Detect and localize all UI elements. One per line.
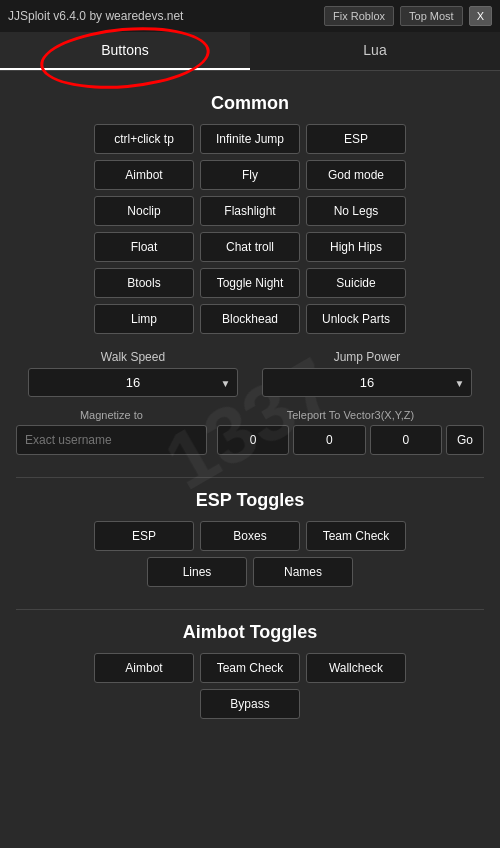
names-toggle-button[interactable]: Names bbox=[253, 557, 353, 587]
magnetize-input[interactable] bbox=[16, 425, 207, 455]
tab-buttons[interactable]: Buttons bbox=[0, 32, 250, 70]
suicide-button[interactable]: Suicide bbox=[306, 268, 406, 298]
sliders-row: Walk Speed 16 20 30 40 50 Jump Power 16 bbox=[16, 350, 484, 397]
aimbot-row-1: Aimbot Team Check Wallcheck bbox=[16, 653, 484, 683]
button-row-4: Float Chat troll High Hips bbox=[16, 232, 484, 262]
magnetize-group: Magnetize to bbox=[16, 409, 207, 455]
aimbot-button[interactable]: Aimbot bbox=[94, 160, 194, 190]
common-section-title: Common bbox=[16, 93, 484, 114]
teleport-x-input[interactable] bbox=[217, 425, 289, 455]
aimbot-toggle-button[interactable]: Aimbot bbox=[94, 653, 194, 683]
jump-power-label: Jump Power bbox=[334, 350, 401, 364]
app-title: JJSploit v6.4.0 by wearedevs.net bbox=[8, 9, 318, 23]
god-mode-button[interactable]: God mode bbox=[306, 160, 406, 190]
teleport-y-input[interactable] bbox=[293, 425, 365, 455]
divider-2 bbox=[16, 609, 484, 610]
tab-lua[interactable]: Lua bbox=[250, 32, 500, 70]
infinite-jump-button[interactable]: Infinite Jump bbox=[200, 124, 300, 154]
top-most-button[interactable]: Top Most bbox=[400, 6, 463, 26]
team-check-aimbot-button[interactable]: Team Check bbox=[200, 653, 300, 683]
tabs-container: Buttons Lua bbox=[0, 32, 500, 71]
button-row-1: ctrl+click tp Infinite Jump ESP bbox=[16, 124, 484, 154]
title-bar: JJSploit v6.4.0 by wearedevs.net Fix Rob… bbox=[0, 0, 500, 32]
btools-button[interactable]: Btools bbox=[94, 268, 194, 298]
bypass-toggle-button[interactable]: Bypass bbox=[200, 689, 300, 719]
lines-toggle-button[interactable]: Lines bbox=[147, 557, 247, 587]
flashlight-button[interactable]: Flashlight bbox=[200, 196, 300, 226]
high-hips-button[interactable]: High Hips bbox=[306, 232, 406, 262]
ctrl-click-tp-button[interactable]: ctrl+click tp bbox=[94, 124, 194, 154]
noclip-button[interactable]: Noclip bbox=[94, 196, 194, 226]
unlock-parts-button[interactable]: Unlock Parts bbox=[306, 304, 406, 334]
main-content: 1337 Common ctrl+click tp Infinite Jump … bbox=[0, 71, 500, 745]
esp-row-1: ESP Boxes Team Check bbox=[16, 521, 484, 551]
esp-section-title: ESP Toggles bbox=[16, 490, 484, 511]
teleport-group: Teleport To Vector3(X,Y,Z) Go bbox=[217, 409, 484, 455]
limp-button[interactable]: Limp bbox=[94, 304, 194, 334]
close-button[interactable]: X bbox=[469, 6, 492, 26]
esp-toggle-button[interactable]: ESP bbox=[94, 521, 194, 551]
fly-button[interactable]: Fly bbox=[200, 160, 300, 190]
aimbot-section-title: Aimbot Toggles bbox=[16, 622, 484, 643]
blockhead-button[interactable]: Blockhead bbox=[200, 304, 300, 334]
button-row-6: Limp Blockhead Unlock Parts bbox=[16, 304, 484, 334]
esp-button[interactable]: ESP bbox=[306, 124, 406, 154]
walk-speed-label: Walk Speed bbox=[101, 350, 165, 364]
teleport-z-input[interactable] bbox=[370, 425, 442, 455]
team-check-esp-button[interactable]: Team Check bbox=[306, 521, 406, 551]
aimbot-row-2: Bypass bbox=[16, 689, 484, 719]
no-legs-button[interactable]: No Legs bbox=[306, 196, 406, 226]
button-row-3: Noclip Flashlight No Legs bbox=[16, 196, 484, 226]
teleport-go-button[interactable]: Go bbox=[446, 425, 484, 455]
teleport-label: Teleport To Vector3(X,Y,Z) bbox=[217, 409, 484, 421]
boxes-toggle-button[interactable]: Boxes bbox=[200, 521, 300, 551]
fix-roblox-button[interactable]: Fix Roblox bbox=[324, 6, 394, 26]
walk-speed-select-wrapper: 16 20 30 40 50 bbox=[28, 368, 239, 397]
walk-speed-select[interactable]: 16 20 30 40 50 bbox=[28, 368, 239, 397]
jump-power-select[interactable]: 16 20 30 40 50 bbox=[262, 368, 473, 397]
divider-1 bbox=[16, 477, 484, 478]
jump-power-group: Jump Power 16 20 30 40 50 bbox=[262, 350, 473, 397]
esp-row-2: Lines Names bbox=[16, 557, 484, 587]
chat-troll-button[interactable]: Chat troll bbox=[200, 232, 300, 262]
jump-power-select-wrapper: 16 20 30 40 50 bbox=[262, 368, 473, 397]
float-button[interactable]: Float bbox=[94, 232, 194, 262]
walk-speed-group: Walk Speed 16 20 30 40 50 bbox=[28, 350, 239, 397]
mag-tele-row: Magnetize to Teleport To Vector3(X,Y,Z) … bbox=[16, 409, 484, 455]
button-row-2: Aimbot Fly God mode bbox=[16, 160, 484, 190]
toggle-night-button[interactable]: Toggle Night bbox=[200, 268, 300, 298]
wallcheck-toggle-button[interactable]: Wallcheck bbox=[306, 653, 406, 683]
magnetize-label: Magnetize to bbox=[16, 409, 207, 421]
button-row-5: Btools Toggle Night Suicide bbox=[16, 268, 484, 298]
teleport-inputs: Go bbox=[217, 425, 484, 455]
